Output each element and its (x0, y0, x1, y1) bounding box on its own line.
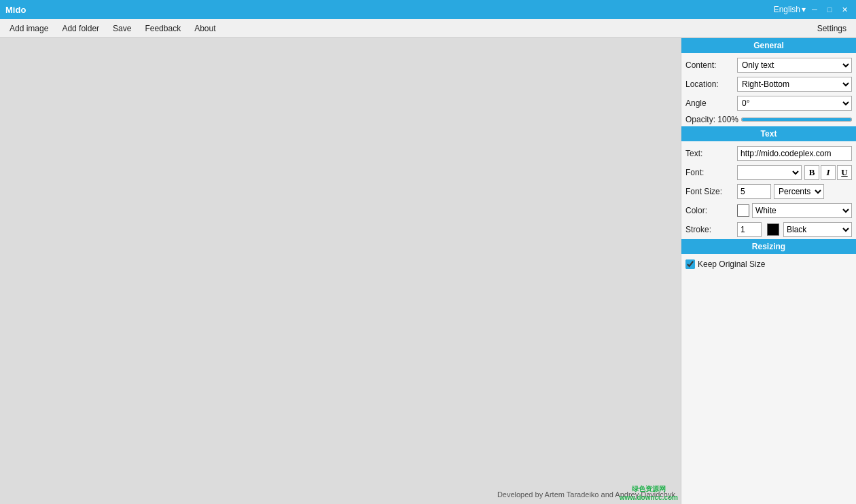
font-style-buttons: B I U (804, 165, 852, 180)
menu-bar: Add image Add folder Save Feedback About… (0, 19, 856, 38)
add-folder-button[interactable]: Add folder (55, 21, 106, 36)
stroke-input[interactable] (737, 222, 762, 237)
location-control: Right-Bottom Left-Bottom Right-Top Left-… (737, 77, 852, 92)
font-row: Font: B I U (681, 163, 856, 182)
keep-original-row: Keep Original Size (681, 257, 856, 272)
about-button[interactable]: About (188, 21, 222, 36)
maximize-button[interactable]: □ (823, 4, 836, 15)
text-section-header: Text (681, 126, 856, 141)
close-button[interactable]: ✕ (838, 4, 851, 15)
app-title: Mido (5, 5, 26, 15)
location-select[interactable]: Right-Bottom Left-Bottom Right-Top Left-… (737, 77, 852, 92)
right-panel: General Content: Only text Only image Te… (681, 38, 856, 504)
color-select[interactable]: White Black Red Green Blue (752, 203, 852, 218)
angle-control: 0° 90° 180° 270° (737, 96, 852, 111)
content-control: Only text Only image Text and image (737, 58, 852, 73)
opacity-label: Opacity: 100% (685, 115, 738, 124)
angle-row: Angle 0° 90° 180° 270° (681, 94, 856, 113)
window-controls: English ▾ ─ □ ✕ (774, 4, 851, 15)
fontsize-input[interactable] (737, 184, 771, 199)
add-image-button[interactable]: Add image (3, 21, 55, 36)
content-row: Content: Only text Only image Text and i… (681, 56, 856, 75)
save-button[interactable]: Save (106, 21, 138, 36)
color-label: Color: (685, 206, 734, 215)
text-input[interactable] (737, 146, 852, 161)
title-bar: Mido English ▾ ─ □ ✕ (0, 0, 856, 19)
stroke-color-swatch (767, 223, 779, 236)
angle-label: Angle (685, 98, 734, 108)
keep-original-label[interactable]: Keep Original Size (698, 259, 765, 269)
fontsize-label: Font Size: (685, 187, 734, 196)
location-label: Location: (685, 79, 734, 89)
location-row: Location: Right-Bottom Left-Bottom Right… (681, 75, 856, 94)
color-row: Color: White Black Red Green Blue (681, 201, 856, 220)
opacity-row: Opacity: 100% (681, 113, 856, 126)
lang-dropdown-arrow: ▾ (802, 5, 806, 14)
feedback-button[interactable]: Feedback (138, 21, 188, 36)
content-select[interactable]: Only text Only image Text and image (737, 58, 852, 73)
main-layout: Developed by Artem Taradeiko and Andrey … (0, 38, 856, 504)
general-section-header: General (681, 38, 856, 53)
keep-original-checkbox[interactable] (685, 259, 695, 269)
left-menu: Add image Add folder Save Feedback About (3, 21, 223, 36)
underline-button[interactable]: U (837, 165, 852, 180)
watermark: 绿色资源网www.downcc.com (620, 484, 678, 501)
fontsize-unit-select[interactable]: Percents Pixels (774, 184, 824, 199)
resizing-section-header: Resizing (681, 239, 856, 254)
stroke-label: Stroke: (685, 225, 734, 234)
text-row: Text: (681, 144, 856, 163)
text-label: Text: (685, 149, 734, 158)
canvas-area: Developed by Artem Taradeiko and Andrey … (0, 38, 681, 504)
color-swatch (737, 204, 749, 217)
font-select[interactable] (737, 165, 802, 180)
opacity-control (741, 115, 852, 124)
minimize-button[interactable]: ─ (808, 4, 821, 15)
opacity-slider-container[interactable] (741, 115, 852, 124)
language-label: English (774, 5, 800, 14)
content-label: Content: (685, 60, 734, 70)
settings-button[interactable]: Settings (810, 21, 853, 36)
stroke-color-select[interactable]: Black White Red (783, 222, 852, 237)
fontsize-row: Font Size: Percents Pixels (681, 182, 856, 201)
italic-button[interactable]: I (821, 165, 836, 180)
font-label: Font: (685, 168, 734, 177)
opacity-slider-fill (742, 118, 851, 121)
opacity-slider-track (741, 118, 852, 122)
language-selector[interactable]: English ▾ (774, 5, 806, 14)
stroke-row: Stroke: Black White Red (681, 220, 856, 239)
bold-button[interactable]: B (804, 165, 819, 180)
angle-select[interactable]: 0° 90° 180° 270° (737, 96, 852, 111)
